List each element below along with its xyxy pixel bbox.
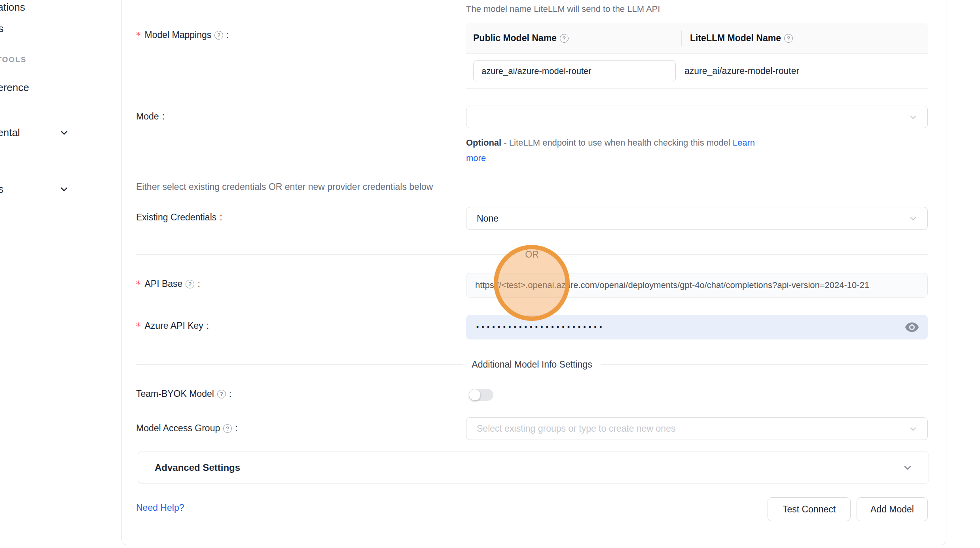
advanced-settings-label: Advanced Settings: [155, 462, 240, 473]
api-base-input[interactable]: https://<test>.openai.azure.com/openai/d…: [466, 273, 928, 298]
model-mappings-label: * Model Mappings ? :: [136, 30, 229, 40]
chevron-down-icon: [908, 112, 918, 122]
help-icon[interactable]: ?: [223, 424, 232, 433]
litellm-model-name-value: azure_ai/azure-model-router: [676, 66, 922, 76]
required-asterisk: *: [136, 279, 141, 289]
mapping-table-row: azure_ai/azure-model-router: [466, 54, 928, 89]
help-icon[interactable]: ?: [784, 34, 793, 43]
column-divider: [681, 30, 682, 46]
model-access-group-select[interactable]: Select existing groups or type to create…: [466, 417, 928, 440]
sidebar-item-truncated-2[interactable]: s: [0, 23, 4, 35]
sidebar-section-tools: TOOLS: [0, 55, 27, 64]
learn-more-link[interactable]: more: [466, 153, 486, 163]
or-divider: OR: [136, 249, 928, 260]
chevron-down-icon: [59, 184, 69, 194]
sidebar: ations s TOOLS erence ental s: [0, 0, 119, 548]
existing-credentials-select[interactable]: None: [466, 207, 928, 230]
help-icon[interactable]: ?: [560, 34, 569, 43]
or-divider-text: OR: [525, 249, 539, 260]
chevron-down-icon: [902, 463, 913, 473]
help-icon[interactable]: ?: [186, 280, 194, 288]
azure-api-key-input[interactable]: ••••••••••••••••••••••••: [466, 315, 928, 339]
help-icon[interactable]: ?: [217, 390, 226, 398]
additional-settings-divider: Additional Model Info Settings: [136, 359, 928, 370]
show-password-eye-icon[interactable]: [905, 322, 919, 332]
advanced-settings-panel[interactable]: Advanced Settings: [138, 451, 929, 484]
api-base-label: * API Base ? :: [136, 279, 200, 289]
model-access-group-label: Model Access Group ? :: [136, 423, 238, 434]
need-help-link[interactable]: Need Help?: [136, 502, 184, 513]
model-name-hint: The model name LiteLLM will send to the …: [466, 4, 660, 14]
chevron-down-icon: [59, 128, 69, 137]
sidebar-divider: [119, 0, 119, 548]
model-access-group-placeholder: Select existing groups or type to create…: [477, 423, 675, 434]
required-asterisk: *: [136, 30, 141, 40]
learn-more-link[interactable]: Learn: [733, 138, 755, 148]
mode-label: Mode :: [136, 111, 165, 122]
chevron-down-icon: [908, 214, 918, 223]
credentials-note: Either select existing credentials OR en…: [136, 182, 433, 192]
sidebar-item-truncated-reference[interactable]: erence: [0, 82, 29, 94]
test-connect-button[interactable]: Test Connect: [768, 497, 851, 521]
model-mappings-table: Public Model Name ? LiteLLM Model Name ?…: [466, 23, 928, 89]
sidebar-item-truncated-settings[interactable]: s: [0, 183, 4, 195]
existing-credentials-label: Existing Credentials :: [136, 212, 222, 223]
public-model-name-header: Public Model Name ?: [466, 23, 681, 53]
litellm-model-name-header: LiteLLM Model Name ?: [681, 23, 928, 53]
add-model-button[interactable]: Add Model: [857, 497, 928, 521]
sidebar-item-truncated-1[interactable]: ations: [0, 1, 25, 13]
chevron-down-icon: [908, 424, 918, 434]
public-model-name-input[interactable]: [473, 60, 676, 82]
required-asterisk: *: [136, 321, 141, 331]
additional-settings-divider-text: Additional Model Info Settings: [472, 359, 592, 370]
team-byok-toggle[interactable]: [469, 389, 493, 401]
mode-help-text: Optional - LiteLLM endpoint to use when …: [466, 138, 755, 148]
toggle-knob: [469, 389, 480, 400]
azure-api-key-label: * Azure API Key :: [136, 320, 209, 331]
masked-api-key: ••••••••••••••••••••••••: [476, 323, 604, 331]
team-byok-label: Team-BYOK Model ? :: [136, 389, 231, 399]
mapping-table-header: Public Model Name ? LiteLLM Model Name ?: [466, 23, 928, 54]
sidebar-item-truncated-experimental[interactable]: ental: [0, 127, 20, 139]
mode-select[interactable]: [466, 106, 928, 128]
help-icon[interactable]: ?: [214, 31, 223, 40]
